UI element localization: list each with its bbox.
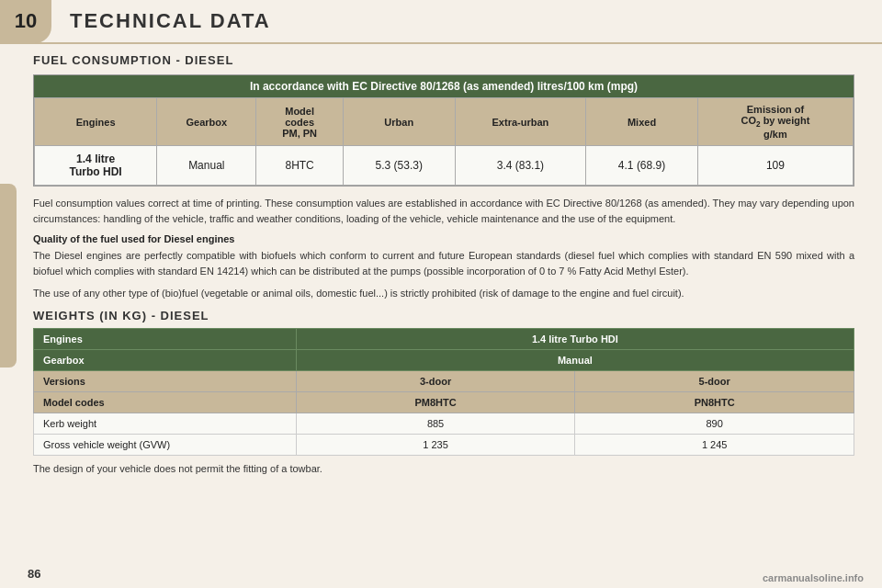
quality-para2: The use of any other type of (bio)fuel (… bbox=[33, 286, 854, 301]
engine-cell: 1.4 litre Turbo HDI bbox=[35, 146, 157, 186]
mixed-cell: 4.1 (68.9) bbox=[586, 146, 698, 186]
weights-table: Engines 1.4 litre Turbo HDI Gearbox Manu… bbox=[33, 328, 854, 456]
col-emission: Emission ofCO2 by weightg/km bbox=[697, 98, 853, 146]
fuel-footnote: Fuel consumption values correct at time … bbox=[33, 196, 854, 226]
table-row: Model codes PM8HTC PN8HTC bbox=[34, 391, 854, 413]
watermark: carmanualsoline.info bbox=[763, 572, 864, 583]
table-row: 1.4 litre Turbo HDI Manual 8HTC 5.3 (53.… bbox=[35, 146, 854, 186]
col-gearbox: Gearbox bbox=[157, 98, 256, 146]
weights-value-1: 885 bbox=[296, 413, 575, 434]
table-row: Gross vehicle weight (GVW) 1 235 1 245 bbox=[34, 434, 854, 455]
weights-value-2: PN8HTC bbox=[575, 391, 854, 413]
gearbox-cell: Manual bbox=[157, 146, 256, 186]
main-content: FUEL CONSUMPTION - DIESEL In accordance … bbox=[0, 44, 882, 483]
fuel-section-title: FUEL CONSUMPTION - DIESEL bbox=[33, 53, 854, 67]
weights-value-1: 1 235 bbox=[296, 434, 575, 455]
table-row: Kerb weight 885 890 bbox=[34, 413, 854, 434]
page-header: 10 TECHNICAL DATA bbox=[0, 0, 882, 44]
weights-value-2: 5-door bbox=[575, 370, 854, 391]
weights-label: Kerb weight bbox=[34, 413, 297, 434]
fuel-table-wrapper: In accordance with EC Directive 80/1268 … bbox=[33, 74, 854, 187]
weights-value-1: 3-door bbox=[296, 370, 575, 391]
weights-value: 1.4 litre Turbo HDI bbox=[296, 328, 854, 349]
quality-para1: The Diesel engines are perfectly compati… bbox=[33, 248, 854, 278]
table-row: Gearbox Manual bbox=[34, 349, 854, 370]
fuel-consumption-table: Engines Gearbox ModelcodesPM, PN Urban E… bbox=[34, 97, 854, 186]
table-row: Versions 3-door 5-door bbox=[34, 370, 854, 391]
model-codes-cell: 8HTC bbox=[256, 146, 344, 186]
weights-value-1: PM8HTC bbox=[296, 391, 575, 413]
weights-value: Manual bbox=[296, 349, 854, 370]
col-mixed: Mixed bbox=[586, 98, 698, 146]
left-accent-bar bbox=[0, 184, 17, 368]
footer-note: The design of your vehicle does not perm… bbox=[33, 463, 854, 474]
col-engines: Engines bbox=[35, 98, 157, 146]
table-row: Engines 1.4 litre Turbo HDI bbox=[34, 328, 854, 349]
weights-label: Model codes bbox=[34, 391, 297, 413]
urban-cell: 5.3 (53.3) bbox=[343, 146, 455, 186]
col-extra-urban: Extra-urban bbox=[455, 98, 586, 146]
extra-urban-cell: 3.4 (83.1) bbox=[455, 146, 586, 186]
col-model-codes: ModelcodesPM, PN bbox=[256, 98, 344, 146]
fuel-table-directive-header: In accordance with EC Directive 80/1268 … bbox=[34, 75, 854, 97]
chapter-number: 10 bbox=[0, 0, 51, 43]
quality-title: Quality of the fuel used for Diesel engi… bbox=[33, 233, 854, 244]
page-number: 86 bbox=[28, 567, 40, 581]
weights-value-2: 1 245 bbox=[575, 434, 854, 455]
weights-section-title: WEIGHTS (IN KG) - DIESEL bbox=[33, 309, 854, 322]
col-urban: Urban bbox=[343, 98, 455, 146]
weights-label: Gearbox bbox=[34, 349, 297, 370]
emission-cell: 109 bbox=[697, 146, 853, 186]
weights-label: Versions bbox=[34, 370, 297, 391]
page-title: TECHNICAL DATA bbox=[51, 9, 271, 33]
weights-value-2: 890 bbox=[575, 413, 854, 434]
weights-label: Engines bbox=[34, 328, 297, 349]
weights-label: Gross vehicle weight (GVW) bbox=[34, 434, 297, 455]
